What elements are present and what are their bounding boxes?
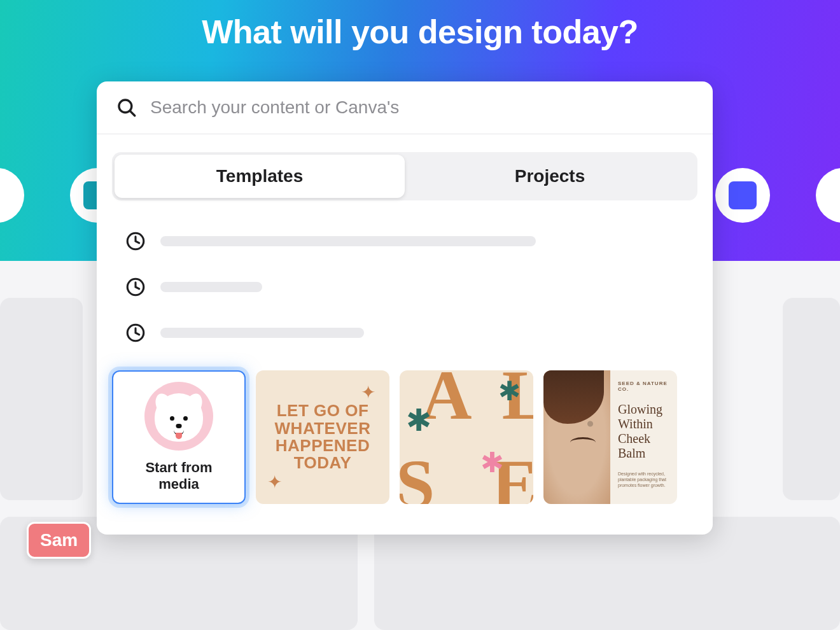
template-card[interactable]: SEED & NATURE CO. Glowing Within Cheek B…	[543, 370, 677, 504]
clock-icon	[125, 322, 146, 344]
cursor-icon	[729, 181, 757, 209]
template-text: LET GO OF WHATEVER HAPPENED TODAY	[275, 402, 371, 472]
template-description: Designed with recycled, plantable packag…	[618, 471, 669, 488]
search-panel: Templates Projects	[97, 81, 713, 535]
search-row	[97, 81, 713, 134]
background-card	[0, 298, 83, 500]
template-cards-row: Start from media ✦ ✦ LET GO OF WHATEVER …	[112, 370, 713, 504]
template-card[interactable]: A L S E ✱ ✱ ✱	[400, 370, 533, 504]
skeleton-line	[160, 328, 364, 338]
recent-list	[97, 200, 713, 356]
svg-line-1	[130, 111, 135, 116]
face-image-icon	[543, 370, 610, 504]
quick-action-circle[interactable]	[715, 168, 770, 223]
tab-projects[interactable]: Projects	[405, 155, 695, 198]
template-headline: Glowing Within Cheek Balm	[618, 402, 669, 461]
search-input[interactable]	[150, 97, 694, 118]
sparkle-icon: ✱	[406, 402, 431, 438]
start-from-media-label: Start from media	[123, 459, 234, 493]
recent-item[interactable]	[125, 218, 685, 264]
recent-item[interactable]	[125, 310, 685, 356]
recent-item[interactable]	[125, 264, 685, 310]
sparkle-icon: ✱	[480, 446, 504, 479]
skeleton-line	[160, 236, 536, 246]
tabs-container: Templates Projects	[97, 134, 713, 200]
clock-icon	[125, 276, 146, 298]
background-card	[783, 298, 840, 500]
skeleton-line	[160, 282, 262, 292]
template-brand: SEED & NATURE CO.	[618, 381, 669, 392]
dog-avatar-icon	[144, 382, 213, 451]
sparkle-icon: ✦	[267, 472, 282, 493]
hero-title: What will you design today?	[0, 13, 840, 51]
start-from-media-card[interactable]: Start from media	[112, 370, 246, 504]
sparkle-icon: ✦	[361, 382, 375, 403]
clock-icon	[125, 230, 146, 252]
sparkle-icon: ✱	[498, 375, 521, 407]
template-card[interactable]: ✦ ✦ LET GO OF WHATEVER HAPPENED TODAY	[256, 370, 389, 504]
template-letter: S	[400, 449, 435, 504]
template-text-side: SEED & NATURE CO. Glowing Within Cheek B…	[610, 370, 677, 504]
tabs: Templates Projects	[112, 152, 697, 200]
tab-templates[interactable]: Templates	[115, 155, 405, 198]
search-icon	[116, 97, 137, 118]
